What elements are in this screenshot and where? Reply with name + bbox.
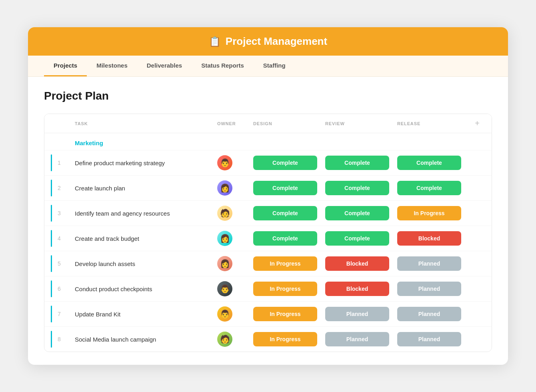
nav-bar: ProjectsMilestonesDeliverablesStatus Rep… [28,56,508,77]
section-label: Marketing [75,140,103,146]
owner-avatar: 👩 [217,256,232,271]
table-row[interactable]: 3 Identify team and agency resources 🧑 C… [44,200,492,226]
project-table: TASK OWNER DESIGN REVIEW RELEASE + Marke… [44,114,492,352]
task-name: Define product marketing strategy [75,160,217,166]
avatar-face: 👩 [220,183,230,193]
status-release[interactable]: In Progress [397,206,461,220]
table-row[interactable]: 4 Create and track budget 👩 Complete Com… [44,226,492,251]
table-row[interactable]: 6 Conduct product checkpoints 👨 In Progr… [44,276,492,301]
owner-avatar: 👩 [217,231,232,246]
owner-avatar: 🧑 [217,206,232,221]
row-left-7: 8 [51,331,75,348]
table-row[interactable]: 8 Social Media launch campaign 🧑 In Prog… [44,326,492,352]
status-design[interactable]: In Progress [253,256,317,271]
avatar-face: 🧑 [220,334,230,344]
avatar-face: 🧑 [220,208,230,218]
col-empty [51,119,75,128]
task-name: Conduct product checkpoints [75,286,217,292]
row-number: 8 [56,336,62,342]
nav-item-status-reports[interactable]: Status Reports [192,56,254,76]
col-design: DESIGN [253,119,325,128]
table-rows: 1 Define product marketing strategy 👨 Co… [44,150,492,352]
status-review[interactable]: Complete [325,181,389,195]
table-header: TASK OWNER DESIGN REVIEW RELEASE + [44,114,492,133]
row-number: 4 [56,235,62,242]
owner-avatar: 👨 [217,155,232,170]
row-left-3: 4 [51,230,75,247]
header-title: Project Management [226,35,327,48]
status-release[interactable]: Planned [397,332,461,346]
row-number: 1 [56,160,62,166]
row-indicator [51,230,52,247]
header-icon: 📋 [209,36,221,47]
row-number: 7 [56,311,62,317]
status-release[interactable]: Planned [397,282,461,296]
status-review[interactable]: Complete [325,231,389,246]
status-design[interactable]: Complete [253,206,317,220]
row-number: 6 [56,286,62,292]
avatar-face: 👨 [220,284,230,294]
row-indicator [51,306,52,322]
status-review[interactable]: Blocked [325,256,389,271]
row-left-6: 7 [51,306,75,322]
nav-item-staffing[interactable]: Staffing [254,56,295,76]
status-review[interactable]: Planned [325,332,389,346]
app-window: 📋 Project Management ProjectsMilestonesD… [28,27,508,365]
task-name: Identify team and agency resources [75,210,217,217]
avatar-face: 👩 [220,234,230,243]
status-release[interactable]: Blocked [397,231,461,246]
owner-avatar: 🧑 [217,332,232,347]
main-content: Project Plan TASK OWNER DESIGN REVIEW RE… [28,77,508,365]
row-number: 2 [56,185,62,191]
status-design[interactable]: Complete [253,181,317,195]
status-review[interactable]: Planned [325,307,389,321]
status-review[interactable]: Complete [325,206,389,220]
task-name: Create and track budget [75,235,217,242]
avatar-face: 👩 [220,259,230,268]
add-column-button[interactable]: + [469,119,485,128]
task-name: Develop launch assets [75,260,217,267]
task-name: Social Media launch campaign [75,336,217,343]
nav-item-deliverables[interactable]: Deliverables [137,56,192,76]
row-left-2: 3 [51,205,75,222]
section-header: Marketing [44,133,492,150]
avatar-face: 👨 [220,309,230,319]
row-left-4: 5 [51,255,75,272]
owner-avatar: 👨 [217,306,232,322]
status-design[interactable]: In Progress [253,282,317,296]
row-indicator [51,205,52,222]
col-release: RELEASE [397,119,469,128]
page-title: Project Plan [44,90,492,102]
col-task: TASK [75,119,217,128]
avatar-face: 👨 [220,158,230,168]
row-indicator [51,331,52,348]
row-indicator [51,280,52,297]
status-release[interactable]: Planned [397,256,461,271]
row-indicator [51,180,52,196]
row-number: 3 [56,210,62,216]
status-release[interactable]: Planned [397,307,461,321]
nav-item-projects[interactable]: Projects [44,56,87,76]
status-design[interactable]: Complete [253,156,317,170]
task-name: Update Brand Kit [75,311,217,318]
row-indicator [51,154,52,171]
nav-item-milestones[interactable]: Milestones [87,56,137,76]
task-name: Create launch plan [75,185,217,192]
col-review: REVIEW [325,119,397,128]
status-release[interactable]: Complete [397,156,461,170]
owner-avatar: 👩 [217,180,232,196]
row-left-1: 2 [51,180,75,196]
status-release[interactable]: Complete [397,181,461,195]
status-design[interactable]: In Progress [253,332,317,346]
status-review[interactable]: Complete [325,156,389,170]
table-row[interactable]: 7 Update Brand Kit 👨 In Progress Planned… [44,301,492,326]
status-design[interactable]: Complete [253,231,317,246]
status-review[interactable]: Blocked [325,282,389,296]
row-left-0: 1 [51,154,75,171]
table-row[interactable]: 5 Develop launch assets 👩 In Progress Bl… [44,251,492,276]
table-row[interactable]: 1 Define product marketing strategy 👨 Co… [44,150,492,175]
table-row[interactable]: 2 Create launch plan 👩 Complete Complete… [44,175,492,200]
status-design[interactable]: In Progress [253,307,317,321]
col-owner: OWNER [217,119,253,128]
owner-avatar: 👨 [217,281,232,296]
